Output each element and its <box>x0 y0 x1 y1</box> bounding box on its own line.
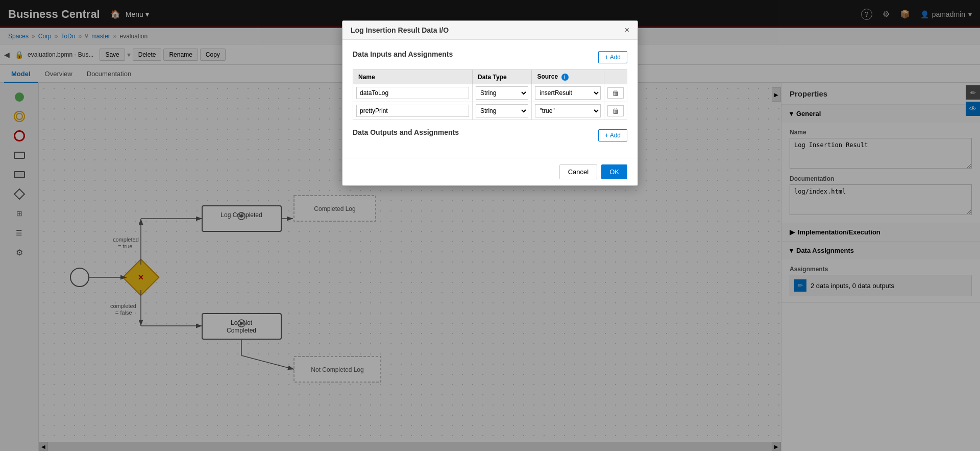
col-source-header: Source i <box>532 70 604 84</box>
input-source-2[interactable]: "true" <box>535 104 601 117</box>
modal-overlay: Log Insertion Result Data I/O × Data Inp… <box>0 0 980 451</box>
ok-button[interactable]: OK <box>601 164 627 179</box>
modal-footer: Cancel OK <box>342 158 638 185</box>
inputs-section-title: Data Inputs and Assignments <box>353 50 453 58</box>
table-row: String Integer Boolean insertResult 🗑 <box>353 84 627 102</box>
input-name-2[interactable] <box>356 105 469 117</box>
source-info-icon[interactable]: i <box>561 74 569 81</box>
modal-body: Data Inputs and Assignments + Add Name D… <box>342 40 638 158</box>
input-source-1[interactable]: insertResult <box>535 86 601 100</box>
delete-row-2-button[interactable]: 🗑 <box>607 105 624 116</box>
table-row: String Integer Boolean "true" 🗑 <box>353 102 627 120</box>
col-actions-header <box>604 70 627 84</box>
cancel-button[interactable]: Cancel <box>559 164 597 179</box>
input-datatype-1[interactable]: String Integer Boolean <box>476 86 528 100</box>
modal-header: Log Insertion Result Data I/O × <box>342 21 638 40</box>
data-inputs-table: Name Data Type Source i <box>353 69 627 120</box>
add-output-button[interactable]: + Add <box>598 129 627 141</box>
col-datatype-header: Data Type <box>473 70 532 84</box>
delete-row-1-button[interactable]: 🗑 <box>607 87 624 99</box>
modal-title: Log Insertion Result Data I/O <box>351 26 449 34</box>
add-input-button[interactable]: + Add <box>598 51 627 63</box>
col-name-header: Name <box>353 70 473 84</box>
outputs-section-title: Data Outputs and Assignments <box>353 128 459 136</box>
modal-close-button[interactable]: × <box>625 26 629 34</box>
input-name-1[interactable] <box>356 87 469 99</box>
input-datatype-2[interactable]: String Integer Boolean <box>476 104 528 117</box>
modal-dialog: Log Insertion Result Data I/O × Data Inp… <box>342 20 638 186</box>
